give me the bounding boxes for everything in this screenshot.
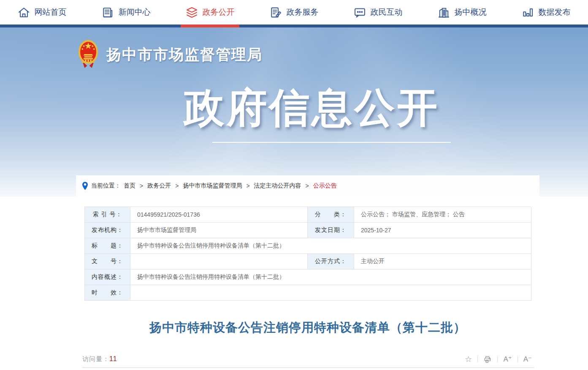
print-icon[interactable] xyxy=(483,355,492,364)
meta-date-value: 2025-10-27 xyxy=(354,223,531,238)
meta-index-value: 014495921/2025-01736 xyxy=(130,207,308,223)
banner: 扬中市市场监督管理局 政府信息公开 当前位置：首页 > 政务公开 > 扬中市市场… xyxy=(0,27,588,196)
meta-title-label: 标 题： xyxy=(85,238,130,254)
meta-validity-label: 时 效： xyxy=(85,285,130,301)
article-toolbar: ☆ A⁺ A⁻ xyxy=(465,355,532,364)
meta-index-label: 索 引 号： xyxy=(85,207,130,223)
national-emblem-icon xyxy=(77,39,99,70)
breadcrumb-separator: > xyxy=(174,182,180,189)
breadcrumb-separator: > xyxy=(245,182,251,189)
nav-item-overview[interactable]: 扬中概况 xyxy=(420,6,504,19)
agency-header: 扬中市市场监督管理局 xyxy=(0,27,588,70)
meta-docnum-value xyxy=(130,254,308,269)
nav-item-label: 网站首页 xyxy=(35,7,67,18)
nav-underline-strip xyxy=(0,24,588,27)
visits-count: 11 xyxy=(109,355,117,362)
nav-item-label: 扬中概况 xyxy=(455,7,487,18)
nav-item-home[interactable]: 网站首页 xyxy=(0,6,84,19)
home-icon xyxy=(18,6,30,19)
nav-item-label: 政务服务 xyxy=(287,7,319,18)
document-edit-icon xyxy=(270,6,282,19)
meta-method-label: 公开方式： xyxy=(308,254,354,269)
breadcrumb-separator: > xyxy=(304,182,310,189)
breadcrumb-item-statutory-content[interactable]: 法定主动公开内容 xyxy=(254,182,301,190)
banner-heading-underline xyxy=(212,142,451,143)
breadcrumb-item-home[interactable]: 首页 xyxy=(124,182,135,190)
breadcrumb-prefix: 当前位置： xyxy=(91,182,121,190)
nav-item-label: 政民互动 xyxy=(371,7,403,18)
nav-item-interaction[interactable]: 政民互动 xyxy=(336,6,420,19)
visit-counter: 访问量：11 xyxy=(82,355,117,363)
meta-summary-value: 扬中市特种设备公告注销停用特种设备清单（第十二批） xyxy=(130,269,531,285)
document-meta-table: 索 引 号： 014495921/2025-01736 分 类： 公示公告； 市… xyxy=(84,207,531,301)
main-content: 索 引 号： 014495921/2025-01736 分 类： 公示公告； 市… xyxy=(76,207,539,368)
breadcrumb: 当前位置：首页 > 政务公开 > 扬中市市场监督管理局 > 法定主动公开内容 >… xyxy=(76,175,539,196)
meta-agency-label: 发布机构： xyxy=(85,223,130,238)
toolbar-divider xyxy=(497,356,498,362)
article-stats-row: 访问量：11 ☆ A⁺ A⁻ xyxy=(82,355,532,364)
nav-item-label: 政务公开 xyxy=(203,7,235,18)
nav-active-indicator xyxy=(168,24,252,27)
location-pin-icon xyxy=(82,182,88,190)
toolbar-divider xyxy=(518,356,518,362)
top-navigation: 网站首页 新闻中心 政务公开 政务服务 政民互动 扬中概况 数据发布 xyxy=(0,0,588,24)
nav-item-gov-disclosure[interactable]: 政务公开 xyxy=(168,6,252,19)
meta-summary-label: 内容概述： xyxy=(85,269,130,285)
meta-validity-value xyxy=(130,285,531,301)
favorite-star-icon[interactable]: ☆ xyxy=(465,355,472,363)
meta-date-label: 发文日期： xyxy=(308,223,354,238)
breadcrumb-item-announcements[interactable]: 公示公告 xyxy=(313,182,337,190)
nav-item-data-release[interactable]: 数据发布 xyxy=(504,6,588,19)
breadcrumb-item-agency[interactable]: 扬中市市场监督管理局 xyxy=(183,182,242,190)
content-divider xyxy=(82,367,534,368)
meta-title-value: 扬中市特种设备公告注销停用特种设备清单（第十二批） xyxy=(130,238,531,254)
meta-category-value: 公示公告； 市场监管、应急管理； 公告 xyxy=(354,207,531,223)
font-decrease-button[interactable]: A⁻ xyxy=(523,355,532,364)
nav-item-label: 数据发布 xyxy=(539,7,571,18)
breadcrumb-item-gov-disclosure[interactable]: 政务公开 xyxy=(147,182,171,190)
chat-bubble-icon xyxy=(354,6,366,19)
buildings-icon xyxy=(438,6,450,19)
banner-heading: 政府信息公开 xyxy=(184,81,440,136)
meta-agency-value: 扬中市市场监督管理局 xyxy=(130,223,308,238)
visits-label: 访问量： xyxy=(82,355,109,362)
agency-title: 扬中市市场监督管理局 xyxy=(106,45,263,65)
nav-item-news[interactable]: 新闻中心 xyxy=(84,6,168,19)
font-increase-button[interactable]: A⁺ xyxy=(503,355,512,364)
meta-category-label: 分 类： xyxy=(308,207,354,223)
banner-heading-block: 政府信息公开 xyxy=(184,81,440,143)
news-icon xyxy=(102,6,114,19)
toolbar-divider xyxy=(477,356,478,362)
nav-item-gov-services[interactable]: 政务服务 xyxy=(252,6,336,19)
article-title: 扬中市特种设备公告注销停用特种设备清单（第十二批） xyxy=(76,319,539,336)
breadcrumb-separator: > xyxy=(138,182,144,189)
layers-icon xyxy=(186,6,198,19)
bar-chart-icon xyxy=(522,6,534,19)
nav-item-label: 新闻中心 xyxy=(119,7,151,18)
meta-method-value: 主动公开 xyxy=(354,254,531,269)
meta-docnum-label: 文 号： xyxy=(85,254,130,269)
